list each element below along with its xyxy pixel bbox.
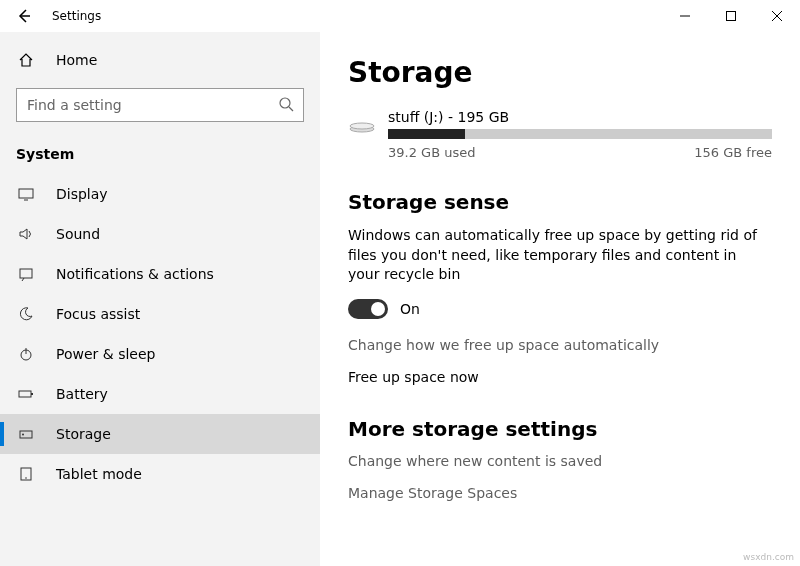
drive-row[interactable]: stuff (J:) - 195 GB 39.2 GB used 156 GB … bbox=[348, 109, 772, 160]
tablet-icon bbox=[16, 466, 36, 482]
battery-icon bbox=[16, 386, 36, 402]
home-icon bbox=[16, 52, 36, 68]
storage-sense-title: Storage sense bbox=[348, 190, 772, 214]
home-label: Home bbox=[56, 52, 97, 68]
toggle-knob bbox=[371, 302, 385, 316]
drive-used: 39.2 GB used bbox=[388, 145, 475, 160]
toggle-state-label: On bbox=[400, 301, 420, 317]
nav-item-notifications[interactable]: Notifications & actions bbox=[0, 254, 320, 294]
display-icon bbox=[16, 186, 36, 202]
close-button[interactable] bbox=[754, 0, 800, 32]
power-icon bbox=[16, 346, 36, 362]
focus-assist-icon bbox=[16, 306, 36, 322]
storage-icon bbox=[16, 426, 36, 442]
link-change-where[interactable]: Change where new content is saved bbox=[348, 453, 772, 469]
search-input[interactable] bbox=[16, 88, 304, 122]
svg-rect-5 bbox=[19, 391, 31, 397]
maximize-button[interactable] bbox=[708, 0, 754, 32]
svg-rect-2 bbox=[19, 189, 33, 198]
search-icon bbox=[278, 96, 294, 112]
storage-sense-desc: Windows can automatically free up space … bbox=[348, 226, 768, 285]
nav-item-tablet-mode[interactable]: Tablet mode bbox=[0, 454, 320, 494]
nav-item-focus-assist[interactable]: Focus assist bbox=[0, 294, 320, 334]
nav-label: Storage bbox=[56, 426, 111, 442]
drive-free: 156 GB free bbox=[694, 145, 772, 160]
drive-name: stuff (J:) - 195 GB bbox=[388, 109, 772, 125]
close-icon bbox=[772, 11, 782, 21]
nav-item-battery[interactable]: Battery bbox=[0, 374, 320, 414]
nav-label: Power & sleep bbox=[56, 346, 155, 362]
drive-progress bbox=[388, 129, 772, 139]
svg-point-8 bbox=[22, 434, 24, 436]
link-change-auto[interactable]: Change how we free up space automaticall… bbox=[348, 337, 772, 353]
nav-item-power-sleep[interactable]: Power & sleep bbox=[0, 334, 320, 374]
minimize-icon bbox=[680, 11, 690, 21]
link-free-now[interactable]: Free up space now bbox=[348, 369, 772, 385]
nav-label: Display bbox=[56, 186, 108, 202]
svg-point-1 bbox=[280, 98, 290, 108]
watermark: wsxdn.com bbox=[743, 552, 794, 562]
link-storage-spaces[interactable]: Manage Storage Spaces bbox=[348, 485, 772, 501]
svg-rect-6 bbox=[31, 393, 33, 395]
notifications-icon bbox=[16, 266, 36, 282]
drive-progress-fill bbox=[388, 129, 465, 139]
svg-rect-0 bbox=[727, 12, 736, 21]
minimize-button[interactable] bbox=[662, 0, 708, 32]
window-title: Settings bbox=[52, 9, 101, 23]
sidebar: Home System Display Sound Notifications … bbox=[0, 32, 320, 566]
svg-point-10 bbox=[25, 477, 27, 479]
page-title: Storage bbox=[348, 56, 772, 89]
main-content: Storage stuff (J:) - 195 GB 39.2 GB used… bbox=[320, 32, 800, 566]
nav-item-display[interactable]: Display bbox=[0, 174, 320, 214]
nav-label: Sound bbox=[56, 226, 100, 242]
nav-label: Notifications & actions bbox=[56, 266, 214, 282]
back-button[interactable] bbox=[12, 4, 36, 28]
sound-icon bbox=[16, 226, 36, 242]
group-header: System bbox=[0, 138, 320, 174]
storage-sense-toggle[interactable] bbox=[348, 299, 388, 319]
nav-label: Battery bbox=[56, 386, 108, 402]
nav-item-sound[interactable]: Sound bbox=[0, 214, 320, 254]
nav-item-storage[interactable]: Storage bbox=[0, 414, 320, 454]
maximize-icon bbox=[726, 11, 736, 21]
more-storage-title: More storage settings bbox=[348, 417, 772, 441]
home-button[interactable]: Home bbox=[0, 40, 320, 80]
drive-icon bbox=[348, 113, 378, 133]
arrow-left-icon bbox=[16, 8, 32, 24]
nav-label: Tablet mode bbox=[56, 466, 142, 482]
svg-rect-3 bbox=[20, 269, 32, 278]
svg-point-12 bbox=[350, 123, 374, 129]
nav-label: Focus assist bbox=[56, 306, 140, 322]
svg-rect-7 bbox=[20, 431, 32, 438]
